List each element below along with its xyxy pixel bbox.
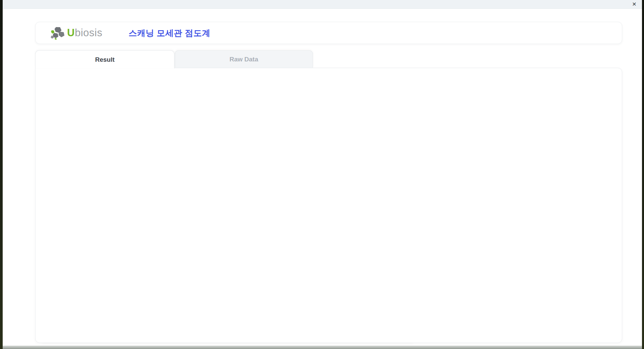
brand-name-u: U — [67, 27, 75, 39]
desktop-edge-right — [642, 0, 644, 349]
brand-name-rest: biosis — [75, 27, 102, 39]
app-window: ✕ Ubiosis 스캐닝 모세관 점도계 Result Raw Data i … — [0, 0, 644, 349]
page-title: 스캐닝 모세관 점도계 — [128, 28, 210, 39]
brand-name: Ubiosis — [67, 27, 102, 39]
header-card: Ubiosis 스캐닝 모세관 점도계 — [35, 22, 622, 44]
close-icon[interactable]: ✕ — [631, 1, 638, 8]
brand-logo: Ubiosis — [50, 26, 102, 40]
tab-result[interactable]: Result — [35, 50, 174, 68]
tab-raw-data[interactable]: Raw Data — [175, 50, 313, 68]
title-bar: ✕ — [3, 0, 642, 9]
logo-pebbles-icon — [50, 26, 65, 40]
desktop-edge-left — [0, 0, 3, 349]
window-bottom-edge — [3, 346, 642, 349]
result-panel — [35, 68, 622, 343]
